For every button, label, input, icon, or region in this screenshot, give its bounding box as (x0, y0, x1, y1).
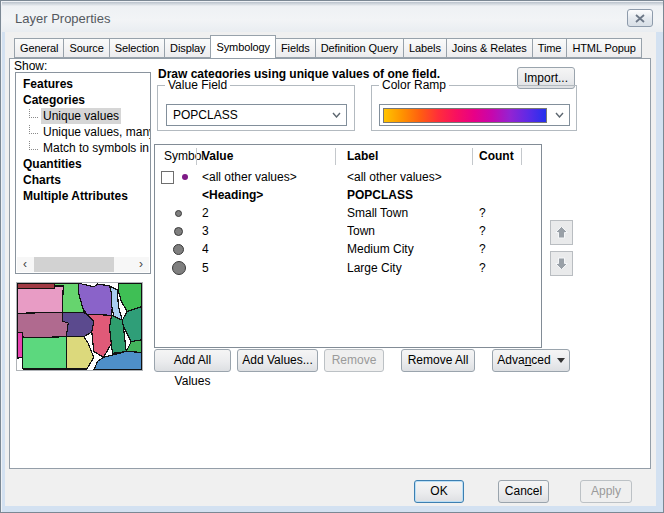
column-separator (335, 148, 336, 165)
add-values-button[interactable]: Add Values... (237, 349, 318, 372)
column-header-label: Label (347, 149, 378, 163)
tree-elbow-icon (29, 141, 38, 150)
remove-all-button[interactable]: Remove All (401, 349, 475, 372)
chevron-down-icon (332, 112, 341, 118)
tab-definition-query[interactable]: Definition Query (315, 38, 404, 58)
other-values-checkbox[interactable] (161, 171, 174, 184)
tab-strip: General Source Selection Display Symbolo… (14, 37, 642, 58)
table-row[interactable]: 4 Medium City ? (155, 240, 541, 258)
table-row[interactable]: <all other values> <all other values> (155, 168, 541, 186)
move-down-button[interactable] (550, 251, 573, 276)
color-ramp-label: Color Ramp (379, 78, 449, 92)
move-up-button[interactable] (550, 220, 573, 245)
tab-joins-relates[interactable]: Joins & Relates (446, 38, 533, 58)
dropdown-arrow-icon (557, 358, 565, 363)
tab-selection[interactable]: Selection (109, 38, 165, 58)
cell-value: 4 (202, 242, 347, 256)
tab-display[interactable]: Display (164, 38, 211, 58)
column-header-symbol: Symbol (164, 149, 204, 163)
tree-horizontal-scrollbar[interactable]: ‹ › (17, 257, 149, 272)
remove-button[interactable]: Remove (324, 349, 384, 372)
value-field-select[interactable]: POPCLASS (166, 104, 347, 126)
point-symbol-icon[interactable] (172, 261, 186, 275)
cell-count: ? (479, 261, 541, 275)
cell-value: <all other values> (202, 170, 347, 184)
ok-button[interactable]: OK (414, 480, 464, 503)
cell-label[interactable]: Medium City (347, 242, 479, 256)
chevron-left-icon[interactable]: ‹ (17, 257, 33, 272)
table-row[interactable]: 2 Small Town ? (155, 204, 541, 222)
column-separator (521, 148, 522, 165)
value-field-current: POPCLASS (173, 108, 238, 122)
cell-value: <Heading> (202, 188, 347, 202)
table-row[interactable]: <Heading> POPCLASS (155, 186, 541, 204)
column-header-count: Count (479, 149, 514, 163)
tab-general[interactable]: General (14, 38, 64, 58)
tab-time[interactable]: Time (532, 38, 568, 58)
tree-item-categories[interactable]: Categories (16, 92, 150, 108)
tree-elbow-icon (29, 125, 38, 134)
tree-elbow-icon (29, 109, 38, 118)
tree-item-charts[interactable]: Charts (16, 172, 150, 188)
cell-label[interactable]: Town (347, 224, 479, 238)
cell-label[interactable]: Small Town (347, 206, 479, 220)
show-label: Show: (14, 59, 47, 73)
window-frame-bottom (2, 506, 664, 513)
point-symbol-icon[interactable] (175, 210, 182, 217)
column-separator (472, 148, 473, 165)
cell-label[interactable]: POPCLASS (347, 188, 479, 202)
cell-value: 2 (202, 206, 347, 220)
cancel-button[interactable]: Cancel (498, 480, 549, 503)
table-row[interactable]: 3 Town ? (155, 222, 541, 240)
tree-item-features[interactable]: Features (16, 76, 150, 92)
point-symbol-icon[interactable] (174, 227, 183, 236)
cell-value: 5 (202, 261, 347, 275)
tab-html-popup[interactable]: HTML Popup (566, 38, 641, 58)
column-header-value: Value (202, 149, 233, 163)
scrollbar-thumb[interactable] (34, 257, 114, 272)
tree-item-quantities[interactable]: Quantities (16, 156, 150, 172)
title-bar: Layer Properties (2, 2, 663, 32)
tree-item-match-symbols[interactable]: Match to symbols in a (16, 140, 150, 156)
cell-value: 3 (202, 224, 347, 238)
chevron-right-icon[interactable]: › (133, 257, 149, 272)
arrow-down-icon (554, 256, 569, 271)
other-values-symbol-icon[interactable] (182, 174, 188, 180)
close-button[interactable] (627, 9, 653, 27)
chevron-down-icon (555, 112, 564, 118)
color-ramp-swatch (383, 108, 547, 123)
tab-symbology[interactable]: Symbology (210, 35, 276, 58)
tab-labels[interactable]: Labels (403, 38, 447, 58)
column-separator (196, 148, 197, 165)
show-tree: Features Categories Unique values Unique… (15, 72, 151, 274)
close-icon (635, 14, 645, 23)
apply-button[interactable]: Apply (580, 480, 632, 503)
window-frame-right (656, 32, 664, 506)
table-header: Symbol Value Label Count (155, 145, 541, 168)
color-ramp-select[interactable] (379, 104, 570, 126)
color-ramp-group: Color Ramp (371, 85, 577, 131)
unique-values-table: Symbol Value Label Count <all other valu… (154, 144, 542, 348)
value-field-group: Value Field POPCLASS (157, 85, 355, 131)
layer-properties-dialog: Layer Properties General Source Selectio… (0, 0, 664, 513)
cell-label[interactable]: Large City (347, 261, 479, 275)
map-preview (16, 282, 143, 371)
cell-count: ? (479, 242, 541, 256)
table-row[interactable]: 5 Large City ? (155, 258, 541, 278)
advanced-menu-button[interactable]: Advanced (492, 349, 570, 372)
tree-item-unique-values[interactable]: Unique values (16, 108, 150, 124)
advanced-button-label: Advanced (497, 350, 550, 371)
tab-source[interactable]: Source (63, 38, 109, 58)
add-all-values-button[interactable]: Add All Values (154, 349, 231, 372)
point-symbol-icon[interactable] (173, 244, 184, 255)
tree-item-multiple-attributes[interactable]: Multiple Attributes (16, 188, 150, 204)
tree-item-unique-values-many[interactable]: Unique values, many (16, 124, 150, 140)
cell-count: ? (479, 206, 541, 220)
tab-fields[interactable]: Fields (275, 38, 316, 58)
cell-count: ? (479, 224, 541, 238)
window-title: Layer Properties (15, 11, 110, 26)
arrow-up-icon (554, 225, 569, 240)
value-field-label: Value Field (165, 78, 230, 92)
cell-label[interactable]: <all other values> (347, 170, 479, 184)
